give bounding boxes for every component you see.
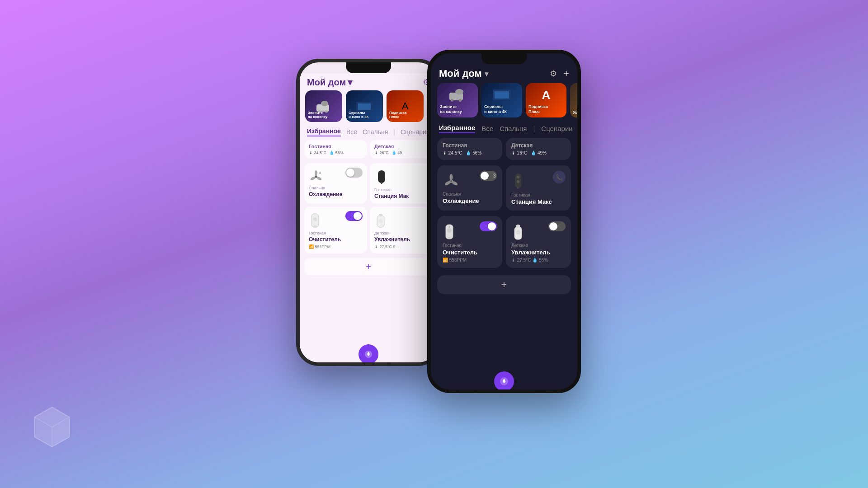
phone-light-title-text: Мой дом [307, 77, 346, 88]
filter-favorites-dark[interactable]: Избранное [439, 124, 475, 133]
svg-rect-41 [516, 225, 520, 228]
phone-dark-notch [481, 53, 527, 64]
promo-card-2-dark[interactable]: Сериалы и кино в 4К [481, 83, 522, 117]
room-card-living-dark[interactable]: Гостиная 🌡 24,5°С 💧 56% [437, 138, 502, 160]
phone-dark-add-icon[interactable]: + [563, 68, 569, 80]
device-name-speaker-light: Станция Мак [374, 193, 428, 199]
humidity-kids-light: 💧 49 [392, 150, 402, 155]
phone-dark-filters: Избранное Все Спальня | Сценарии [431, 122, 577, 138]
phone-light: Мой дом ▾ ⚙ Звоните на колонку [296, 59, 441, 366]
promo-card-1-dark[interactable]: Звоните на колонку [437, 83, 478, 117]
svg-point-28 [450, 174, 453, 180]
phone-dark: Мой дом ▾ ⚙ + Звоните на колонку [427, 50, 581, 393]
toggle-humidifier-dark[interactable] [548, 221, 566, 231]
svg-rect-5 [358, 103, 371, 110]
phone-dark-settings-icon[interactable]: ⚙ [550, 69, 557, 79]
phone-dark-title: Мой дом ▾ [439, 68, 488, 80]
device-name-cooling-light: Охлаждение [309, 191, 363, 197]
promo-card-1-light[interactable]: Звоните на колонку [305, 90, 342, 122]
device-name-purifier-dark: Очиститель [443, 249, 497, 256]
fan-icon-dark [443, 173, 460, 190]
promo-card-4-dark-label: Умн... [573, 110, 577, 115]
device-room-purifier-dark: Гостиная [443, 243, 497, 248]
promo-card-2-light[interactable]: Сериалы и кино в 4К [346, 90, 383, 122]
call-icon-dark: 📞 [553, 171, 566, 183]
svg-point-22 [451, 99, 453, 102]
svg-point-33 [517, 176, 519, 178]
phone-light-rooms: Гостиная 🌡 24,5°С 💧 56% Детская 🌡 26°С 💧… [300, 140, 437, 161]
svg-rect-15 [313, 225, 317, 227]
toggle-thumb-purifier-light [354, 212, 362, 220]
svg-point-24 [455, 89, 463, 94]
cube-logo [27, 402, 77, 452]
svg-point-16 [313, 217, 317, 221]
svg-point-42 [516, 230, 520, 235]
speaker-icon-light [374, 169, 389, 186]
filter-favorites-light[interactable]: Избранное [307, 127, 341, 136]
room-card-kids-light[interactable]: Детская 🌡 26°С 💧 49 [370, 140, 433, 159]
svg-point-7 [315, 170, 317, 176]
alice-button-dark[interactable] [494, 371, 514, 391]
svg-point-34 [517, 180, 519, 183]
svg-rect-18 [379, 214, 382, 216]
filter-divider-dark: | [533, 125, 535, 132]
device-name-cooling-dark: Охлаждение [443, 197, 497, 204]
phone-dark-title-text: Мой дом [439, 68, 482, 80]
phone-light-promo-cards: Звоните на колонку Сериалы и кино в 4К А [300, 90, 437, 126]
phone-dark-bottom-nav [431, 368, 577, 393]
promo-card-3-dark[interactable]: А Подписка Плюс [526, 83, 566, 117]
phone-light-chevron[interactable]: ▾ [348, 77, 352, 88]
device-speaker-dark[interactable]: 📞 Гостиная Станция Макс [506, 165, 571, 211]
svg-point-31 [450, 180, 453, 183]
phone-dark-devices: 3 Спальня Охлаждение 📞 [431, 164, 577, 272]
promo-card-3-light[interactable]: А Подписка Плюс [387, 90, 424, 122]
device-room-speaker-light: Гостиная [374, 188, 428, 192]
phone-dark-promo-cards: Звоните на колонку Сериалы и кино в 4К А… [431, 83, 577, 122]
add-icon-light: + [366, 262, 371, 272]
device-cooling-light[interactable]: 3 Спальня Охлаждение [304, 163, 367, 204]
phone-dark-chevron[interactable]: ▾ [485, 70, 488, 78]
room-name-living-light: Гостиная [309, 144, 363, 149]
device-cooling-dark[interactable]: 3 Спальня Охлаждение [437, 165, 502, 211]
add-button-light[interactable]: + [304, 258, 433, 275]
device-name-speaker-dark: Станция Макс [511, 198, 566, 205]
promo-card-2-light-label: Сериалы и кино в 4К [349, 111, 368, 119]
phone-light-devices: 3 Спальня Охлаждение Гостиная С [300, 161, 437, 255]
filter-bedroom-dark[interactable]: Спальня [500, 125, 527, 132]
promo-card-3-dark-label: Подписка Плюс [528, 104, 564, 115]
phone-light-bottom-nav [300, 341, 437, 366]
humidifier-icon-light [374, 213, 387, 229]
device-stats-purifier-light: 📶 556PPM [309, 244, 363, 249]
filter-scenarios-light[interactable]: Сценарии [401, 128, 430, 136]
svg-rect-37 [448, 237, 451, 239]
device-speaker-light[interactable]: Гостиная Станция Мак [370, 163, 433, 204]
toggle-cooling-light[interactable] [345, 168, 363, 178]
alice-button-light[interactable] [359, 344, 378, 364]
purifier-icon-dark [443, 223, 456, 241]
svg-point-39 [448, 226, 450, 228]
promo-card-4-dark[interactable]: Умн... [570, 83, 577, 117]
add-button-dark[interactable]: + [437, 275, 571, 294]
phone-light-notch [346, 62, 391, 73]
filter-all-dark[interactable]: Все [481, 125, 493, 132]
filter-bedroom-light[interactable]: Спальня [363, 128, 388, 136]
humidity-kids-dark: 💧 49% [531, 150, 547, 155]
svg-point-23 [459, 99, 462, 102]
device-humidifier-light[interactable]: Детская Увлажнитель 🌡 27,5°С 5... [370, 206, 433, 253]
toggle-purifier-light[interactable] [345, 211, 363, 221]
device-humidifier-dark[interactable]: Детская Увлажнитель 🌡 27,5°С 💧 56% [506, 216, 571, 268]
svg-rect-26 [495, 91, 509, 99]
device-purifier-light[interactable]: Гостиная Очиститель 📶 556PPM [304, 206, 367, 253]
toggle-purifier-dark[interactable] [480, 221, 497, 231]
toggle-thumb-purifier-dark [488, 222, 496, 230]
room-card-kids-dark[interactable]: Детская 🌡 26°С 💧 49% [506, 138, 571, 160]
phone-dark-header: Мой дом ▾ ⚙ + [431, 64, 577, 83]
phone-dark-rooms: Гостиная 🌡 24,5°С 💧 56% Детская 🌡 26°С 💧… [431, 138, 577, 164]
filter-scenarios-dark[interactable]: Сценарии [541, 125, 572, 132]
device-purifier-dark[interactable]: Гостиная Очиститель 📶 556PPM [437, 216, 502, 268]
promo-card-1-dark-label: Звоните на колонку [440, 104, 475, 115]
filter-all-light[interactable]: Все [346, 128, 357, 136]
device-stats-humidifier-light: 🌡 27,5°С 5... [374, 244, 428, 249]
humidity-living-dark: 💧 56% [466, 150, 481, 155]
room-card-living-light[interactable]: Гостиная 🌡 24,5°С 💧 56% [304, 140, 367, 159]
